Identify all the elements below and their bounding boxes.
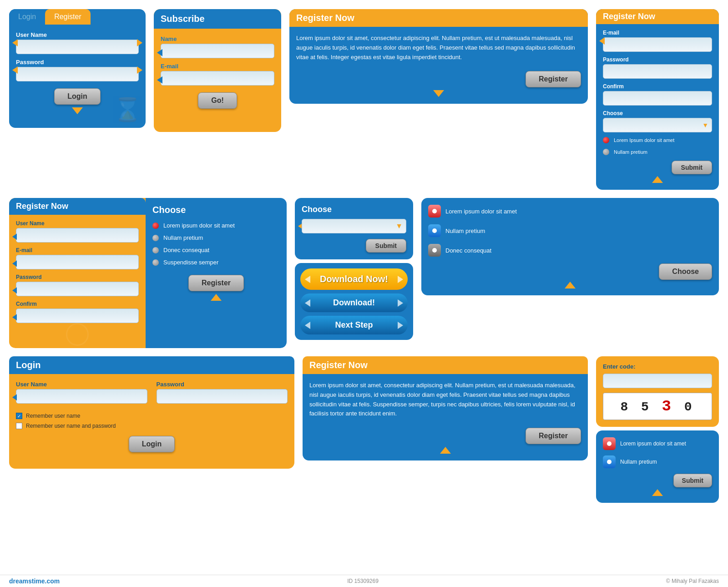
go-button[interactable]: Go!: [198, 92, 237, 109]
download-button[interactable]: Download!: [300, 294, 408, 312]
captcha-display: 8 5 3 0: [603, 393, 712, 420]
remember-all-label: Remember user name and password: [26, 423, 116, 429]
register-now-bottom-title: Register Now: [309, 360, 368, 370]
arrow-left-icon: [157, 49, 162, 56]
enter-code-label: Enter code:: [603, 363, 712, 370]
login-wide-panel: Login User Name Password: [9, 356, 294, 469]
arrow-left-icon: [12, 66, 18, 74]
submit-button[interactable]: Submit: [672, 161, 712, 174]
login-wide-button[interactable]: Login: [129, 436, 175, 452]
reg-password2-input[interactable]: [16, 282, 139, 296]
register-now-right-title: Register Now: [603, 12, 655, 21]
top-arrow-icon: [565, 282, 576, 288]
login-wide-title: Login: [16, 360, 40, 370]
register-button[interactable]: Register: [526, 71, 581, 87]
register-choose-panel: Register Now User Name E-mail Password: [9, 198, 287, 348]
radio-red-icon: [152, 223, 159, 229]
choose-dropdown[interactable]: [302, 219, 406, 233]
email-label: E-mail: [161, 63, 274, 70]
reg-email-input[interactable]: [603, 37, 712, 52]
submit-button-2[interactable]: Submit: [366, 239, 406, 253]
radio-item-1: Lorem Ipsum dolor sit amet: [614, 137, 674, 143]
next-step-label: Next Step: [335, 320, 373, 329]
register-button-2[interactable]: Register: [188, 275, 244, 291]
subscribe-title: Subscribe: [161, 14, 205, 24]
code-input[interactable]: [603, 374, 712, 388]
radio-gray-icon: [152, 235, 159, 241]
password-label: Password: [157, 381, 288, 388]
arrow-left-icon: [12, 39, 18, 46]
icons-list-2-panel: Lorem ipsum dolor sit amet Nullam pretiu…: [596, 430, 719, 503]
password-label: Password: [603, 56, 712, 63]
email-label: E-mail: [16, 247, 139, 253]
password-label: Password: [16, 274, 139, 280]
tab-register[interactable]: Register: [45, 9, 91, 25]
register-now-text-panel: Register Now Lorem ipsum dolor sit amet,…: [289, 9, 588, 104]
icon-dot: [607, 441, 612, 446]
download-now-button[interactable]: Download Now!: [300, 268, 408, 290]
password-input[interactable]: [16, 67, 139, 81]
username-label: User Name: [16, 220, 139, 227]
choose-button[interactable]: Choose: [659, 263, 712, 280]
choose-small-title: Choose: [302, 205, 406, 214]
reg-username-input[interactable]: [16, 228, 139, 243]
reg-confirm2-input[interactable]: [16, 309, 139, 323]
red-icon-box-2: [603, 437, 616, 450]
icon-item-1: Lorem ipsum dolor sit amet: [445, 208, 517, 215]
username-input[interactable]: [16, 40, 139, 54]
arrow-left-white-icon: [305, 322, 310, 329]
right-bottom-col: Enter code: 8 5 3 0 Lorem ipsum dolor si…: [596, 356, 719, 503]
arrow-left-icon: [12, 233, 17, 240]
register-now-bottom-panel: Register Now Lorem ipsum dolor sit amet,…: [303, 356, 588, 460]
icon-dot: [607, 460, 612, 464]
icon-dot: [432, 228, 437, 233]
choose-download-col: Choose ▼ Submit: [295, 198, 413, 340]
red-icon-box: [428, 205, 441, 218]
download-label: Download!: [333, 298, 375, 307]
blue-icon-box-2: [603, 455, 616, 468]
bottom-arrow-icon: [212, 111, 223, 118]
icon-item-2: Nullam pretium: [445, 228, 485, 234]
top-arrow-icon: [211, 294, 222, 301]
arrow-left-icon: [599, 37, 605, 45]
next-step-button[interactable]: Next Step: [300, 316, 408, 334]
reg-password-input[interactable]: [603, 64, 712, 79]
arrow-right-icon: [137, 66, 142, 74]
icon-dot: [432, 248, 437, 253]
radio-item-2: Nullam pretium: [163, 234, 203, 241]
reg-confirm-input[interactable]: [603, 91, 712, 106]
captcha-value: 8 5: [620, 400, 662, 414]
top-arrow-icon: [652, 489, 663, 496]
login-password-input[interactable]: [157, 389, 288, 404]
arrow-right-white-icon: [398, 299, 403, 307]
login-button[interactable]: Login: [54, 88, 101, 105]
checkbox-empty[interactable]: [16, 423, 22, 429]
tab-login[interactable]: Login: [9, 9, 45, 25]
choose-select[interactable]: [603, 118, 712, 132]
submit-button-3[interactable]: Submit: [673, 474, 712, 487]
icon2-item-1: Lorem ipsum dolor sit amet: [620, 440, 686, 447]
subscribe-email-input[interactable]: [161, 71, 274, 86]
blue-icon-box: [428, 224, 441, 237]
subscribe-name-input[interactable]: [161, 44, 274, 58]
login-username-input[interactable]: [16, 389, 147, 404]
author-credit: © Mihaly Pal Fazakas: [666, 578, 719, 584]
checkbox-checked[interactable]: ✓: [16, 413, 22, 419]
radio-item-2: Nullam pretium: [614, 149, 647, 155]
reg-email2-input[interactable]: [16, 255, 139, 269]
captcha-rest: 0: [674, 400, 695, 414]
register-bottom-button[interactable]: Register: [526, 428, 581, 444]
download-buttons-panel: Download Now! Download! Next Step: [295, 263, 413, 340]
top-arrow-icon: [440, 447, 451, 454]
arrow-left-white-icon: [305, 276, 310, 283]
login-register-panel: Login Register User Name Password Log: [9, 9, 146, 128]
register-now-right-panel: Register Now E-mail Password Confirm Cho…: [596, 9, 719, 190]
top-arrow-icon: [652, 176, 663, 183]
password-label: Password: [16, 59, 139, 66]
email-label: E-mail: [603, 30, 712, 36]
arrow-left-icon: [12, 260, 17, 267]
icon2-item-2: Nullam pretium: [620, 459, 657, 465]
choose-small-panel: Choose ▼ Submit: [295, 198, 413, 259]
captcha-special: 3: [662, 398, 674, 415]
right-icons-col: Lorem ipsum dolor sit amet Nullam pretiu…: [421, 198, 719, 295]
